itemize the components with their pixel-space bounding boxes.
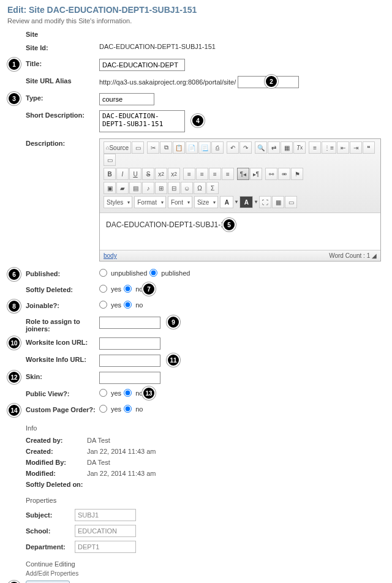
softly-deleted-no-radio[interactable]	[124, 285, 132, 293]
link-icon[interactable]: ⚯	[265, 168, 277, 180]
annotation-badge-5: 5	[222, 218, 236, 231]
remove-format-icon[interactable]: Tx	[293, 141, 306, 154]
properties-button[interactable]: Properties	[26, 581, 70, 583]
editor-path-body[interactable]: body	[104, 252, 117, 259]
maximize-icon[interactable]: ⛶	[259, 196, 271, 208]
skin-input[interactable]	[99, 372, 160, 384]
format-select[interactable]: Format	[134, 196, 166, 208]
size-select[interactable]: Size	[194, 196, 218, 208]
title-input[interactable]	[99, 59, 185, 71]
short-desc-input[interactable]: DAC-EDUCATION-DEPT1-SUBJ1-151	[99, 110, 185, 132]
new-page-icon[interactable]: ▭	[132, 141, 144, 154]
continue-editing-heading: Continue Editing	[26, 560, 385, 568]
role-joiners-input[interactable]	[99, 317, 160, 329]
role-joiners-label: Role to assign to joiners:	[7, 317, 99, 333]
align-left-icon[interactable]: ≡	[183, 168, 195, 180]
subject-input[interactable]	[75, 509, 136, 521]
copy-icon[interactable]: ⧉	[160, 141, 172, 154]
url-alias-label: Site URL Alias	[7, 76, 99, 85]
custom-order-no-radio[interactable]	[124, 405, 132, 413]
annotation-badge-2: 2	[265, 75, 278, 88]
div-icon[interactable]: ▭	[104, 154, 116, 166]
print-icon[interactable]: ⎙	[211, 141, 224, 154]
cut-icon[interactable]: ✂	[147, 141, 159, 154]
math-icon[interactable]: Σ	[206, 182, 219, 194]
flash-icon[interactable]: ▰	[116, 182, 129, 194]
strike-icon[interactable]: S	[142, 168, 154, 180]
modified-value: Jan 22, 2014 11:43 am	[87, 470, 156, 477]
editor-content-area[interactable]: DAC-EDUCATION-DEPT1-SUBJ1-151 5	[100, 213, 380, 250]
audio-icon[interactable]: ♪	[142, 182, 154, 194]
styles-select[interactable]: Styles	[104, 196, 132, 208]
sd-on-label: Softly Deleted on:	[26, 481, 99, 488]
paste-icon[interactable]: 📋	[173, 141, 185, 154]
indent-icon[interactable]: ⇥	[350, 141, 362, 154]
annotation-badge-10: 10	[7, 336, 21, 350]
created-by-value: DA Test	[87, 437, 110, 444]
paste-text-icon[interactable]: 📄	[186, 141, 198, 154]
published-radio[interactable]	[149, 269, 157, 277]
align-justify-icon[interactable]: ≡	[222, 168, 234, 180]
hr-icon[interactable]: ⊟	[168, 182, 180, 194]
type-input[interactable]	[99, 93, 154, 105]
outdent-icon[interactable]: ⇤	[337, 141, 349, 154]
align-right-icon[interactable]: ≡	[209, 168, 221, 180]
table-icon[interactable]: ⊞	[155, 182, 167, 194]
ltr-icon[interactable]: ¶◂	[237, 168, 249, 180]
word-count: Word Count : 1 ◢	[329, 252, 377, 259]
annotation-badge-8: 8	[7, 299, 21, 313]
info-url-input[interactable]	[99, 355, 160, 367]
font-select[interactable]: Font	[168, 196, 192, 208]
annotation-badge-4: 4	[191, 114, 205, 127]
short-desc-label: Short Description:	[7, 110, 99, 119]
italic-icon[interactable]: I	[116, 168, 129, 180]
public-view-no-radio[interactable]	[124, 389, 132, 397]
text-color-picker[interactable]: A	[220, 196, 233, 208]
select-all-icon[interactable]: ▦	[281, 141, 293, 154]
underline-icon[interactable]: U	[129, 168, 141, 180]
public-view-yes-radio[interactable]	[99, 389, 107, 397]
rtl-icon[interactable]: ▸¶	[250, 168, 262, 180]
subject-label: Subject:	[26, 511, 75, 519]
joinable-yes-radio[interactable]	[99, 301, 107, 309]
icon-url-input[interactable]	[99, 337, 160, 350]
superscript-icon[interactable]: x2	[168, 168, 180, 180]
department-input[interactable]	[75, 541, 136, 553]
templates-icon[interactable]: ▭	[285, 196, 297, 208]
subscript-icon[interactable]: x2	[155, 168, 167, 180]
modified-by-value: DA Test	[87, 459, 110, 466]
replace-icon[interactable]: ⇄	[268, 141, 280, 154]
annotation-badge-15: 15	[7, 581, 21, 583]
show-blocks-icon[interactable]: ▦	[272, 196, 284, 208]
unpublished-radio[interactable]	[99, 269, 107, 277]
bullet-list-icon[interactable]: ⋮≡	[322, 141, 336, 154]
school-input[interactable]	[75, 525, 136, 537]
bold-icon[interactable]: B	[104, 168, 116, 180]
annotation-badge-6: 6	[7, 268, 21, 281]
joinable-no-radio[interactable]	[124, 301, 132, 309]
movie-icon[interactable]: ▤	[129, 182, 141, 194]
numbered-list-icon[interactable]: ≡	[309, 141, 321, 154]
source-button[interactable]: ⌂ Source	[104, 141, 131, 154]
editor-content-text: DAC-EDUCATION-DEPT1-SUBJ1-151	[106, 220, 233, 229]
special-char-icon[interactable]: Ω	[194, 182, 206, 194]
find-icon[interactable]: 🔍	[255, 141, 267, 154]
rich-text-editor: ⌂ Source ▭ ✂ ⧉ 📋 📄 📃 ⎙ ↶ ↷ 🔍 ⇄ ▦	[99, 138, 381, 261]
custom-order-yes-radio[interactable]	[99, 405, 107, 413]
created-value: Jan 22, 2014 11:43 am	[87, 448, 156, 455]
anchor-icon[interactable]: ⚑	[291, 168, 303, 180]
paste-word-icon[interactable]: 📃	[198, 141, 211, 154]
blockquote-icon[interactable]: ❝	[363, 141, 375, 154]
page-title: Edit: Site DAC-EDUCATION-DEPT1-SUBJ1-151	[7, 5, 385, 15]
created-by-label: Created by:	[26, 437, 87, 444]
redo-icon[interactable]: ↷	[239, 141, 252, 154]
custom-order-label: Custom Page Order?:	[7, 405, 99, 413]
undo-icon[interactable]: ↶	[227, 141, 239, 154]
softly-deleted-yes-radio[interactable]	[99, 285, 107, 293]
image-icon[interactable]: ▣	[104, 182, 116, 194]
bg-color-picker[interactable]: A	[239, 196, 253, 208]
unlink-icon[interactable]: ⚮	[278, 168, 290, 180]
smiley-icon[interactable]: ☺	[181, 182, 193, 194]
modified-label: Modified:	[26, 470, 87, 477]
align-center-icon[interactable]: ≡	[196, 168, 208, 180]
